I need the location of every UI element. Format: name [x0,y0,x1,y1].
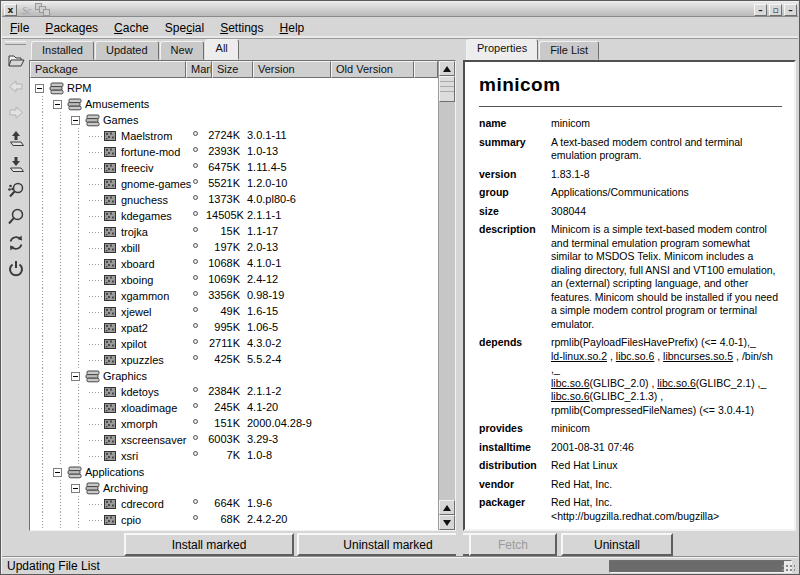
tree-row[interactable]: kdegames14505K2.1.1-1 [30,208,438,224]
tree-row[interactable]: xmorph151K2000.04.28-9 [30,416,438,432]
tree-row[interactable]: gnuchess1373K4.0.pl80-6 [30,192,438,208]
open-file-icon[interactable] [4,49,28,73]
menu-special[interactable]: Special [157,19,212,37]
maximize-button[interactable]: ▫ [769,4,782,16]
scroll-up-icon[interactable] [439,61,455,76]
tree-row[interactable]: Archiving [30,480,438,496]
mark-indicator[interactable] [193,227,198,232]
tree-row[interactable]: xgammon3356K0.98-19 [30,288,438,304]
tab-new[interactable]: New [160,41,204,60]
scroll-up2-icon[interactable] [439,500,455,515]
tree-row[interactable]: xboing1069K2.4-12 [30,272,438,288]
reload-icon[interactable] [4,231,28,255]
scrollbar-trough[interactable] [439,102,455,500]
resize-grip-icon[interactable] [781,564,795,572]
dependency-link[interactable]: libncurses.so.5 [663,350,733,362]
tab-updated[interactable]: Updated [95,41,159,60]
menu-cache[interactable]: Cache [106,19,157,37]
tree-row[interactable]: Games [30,112,438,128]
close-icon[interactable]: x [4,4,17,16]
collapse-tree-icon[interactable] [4,153,28,177]
tree-expander-icon[interactable] [71,372,80,381]
tree-row[interactable]: xscreensaver6003K3.29-3 [30,432,438,448]
tab-properties[interactable]: Properties [466,39,538,60]
uninstall-button[interactable]: Uninstall [561,533,673,556]
dependency-link[interactable]: ld-linux.so.2 [551,350,607,362]
tree-row[interactable]: Graphics [30,368,438,384]
mark-indicator[interactable] [193,323,198,328]
tree-expander-icon[interactable] [71,484,80,493]
column-header-size[interactable]: Size [212,61,253,78]
mark-indicator[interactable] [193,147,198,152]
dependency-link[interactable]: libc.so.6 [657,377,696,389]
column-header-mark[interactable]: Mark [186,61,212,78]
mark-indicator[interactable] [193,243,198,248]
panel-splitter[interactable] [456,39,463,557]
column-header-version[interactable]: Version [253,61,331,78]
tree-row[interactable]: xboard1068K4.1.0-1 [30,256,438,272]
tab-installed[interactable]: Installed [31,41,94,60]
shade-button[interactable]: – [784,4,797,16]
tree-row[interactable]: Amusements [30,96,438,112]
find-file-icon[interactable] [4,205,28,229]
mark-indicator[interactable] [193,403,198,408]
menu-file[interactable]: File [2,19,37,37]
mark-indicator[interactable] [193,131,198,136]
tree-row[interactable]: xpat2995K1.06-5 [30,320,438,336]
tree-expander-icon[interactable] [53,100,62,109]
quit-icon[interactable] [4,257,28,281]
tree-row[interactable]: cdrecord664K1.9-6 [30,496,438,512]
tree-row[interactable]: cpio68K2.4.2-20 [30,512,438,528]
package-tree[interactable]: RPMAmusementsGamesMaelstrom2724K3.0.1-11… [30,78,438,530]
mark-indicator[interactable] [193,211,198,216]
mark-indicator[interactable] [193,179,198,184]
mark-indicator[interactable] [193,307,198,312]
column-header-old-version[interactable]: Old Version [331,61,414,78]
install-marked-button[interactable]: Install marked [124,533,294,556]
fetch-button[interactable]: Fetch [469,533,557,556]
menu-settings[interactable]: Settings [212,19,271,37]
menu-help[interactable]: Help [272,19,313,37]
tree-scrollbar[interactable] [438,61,455,530]
mark-indicator[interactable] [193,259,198,264]
dependency-link[interactable]: libc.so.6 [616,350,655,362]
tree-row[interactable]: Applications [30,464,438,480]
uninstall-marked-button[interactable]: Uninstall marked [297,533,479,556]
find-package-icon[interactable] [4,179,28,203]
tree-expander-icon[interactable] [35,84,44,93]
tree-row[interactable]: fortune-mod2393K1.0-13 [30,144,438,160]
mark-indicator[interactable] [193,515,198,520]
tab-file-list[interactable]: File List [539,41,599,60]
tree-row[interactable]: xpilot2711K4.3.0-2 [30,336,438,352]
tree-row[interactable]: RPM [30,80,438,96]
mark-indicator[interactable] [193,387,198,392]
toolbar-handle[interactable] [5,41,26,45]
tree-row[interactable]: kdetoys2384K2.1.1-2 [30,384,438,400]
mark-indicator[interactable] [193,435,198,440]
tree-row[interactable]: xbill197K2.0-13 [30,240,438,256]
mark-indicator[interactable] [193,419,198,424]
tree-row[interactable]: trojka15K1.1-17 [30,224,438,240]
menu-packages[interactable]: Packages [37,19,106,37]
tree-row[interactable]: xjewel49K1.6-15 [30,304,438,320]
tree-row[interactable]: xloadimage245K4.1-20 [30,400,438,416]
mark-indicator[interactable] [193,355,198,360]
minimize-button[interactable]: – [754,4,767,16]
mark-indicator[interactable] [193,499,198,504]
expand-tree-icon[interactable] [4,127,28,151]
dependency-link[interactable]: libc.so.6 [551,377,590,389]
scroll-down-icon[interactable] [439,515,455,530]
mark-indicator[interactable] [193,339,198,344]
tree-row[interactable]: gnome-games5521K1.2.0-10 [30,176,438,192]
tree-row[interactable]: xsri7K1.0-8 [30,448,438,464]
mark-indicator[interactable] [193,275,198,280]
tree-expander-icon[interactable] [53,468,62,477]
tree-expander-icon[interactable] [71,116,80,125]
mark-indicator[interactable] [193,451,198,456]
column-header-package[interactable]: Package [30,61,186,78]
tree-row[interactable]: xpuzzles425K5.5.2-4 [30,352,438,368]
mark-indicator[interactable] [193,291,198,296]
scrollbar-thumb[interactable] [439,76,455,102]
titlebar[interactable]: x Sc –▫– [2,2,798,17]
dependency-link[interactable]: libc.so.6 [551,390,590,402]
